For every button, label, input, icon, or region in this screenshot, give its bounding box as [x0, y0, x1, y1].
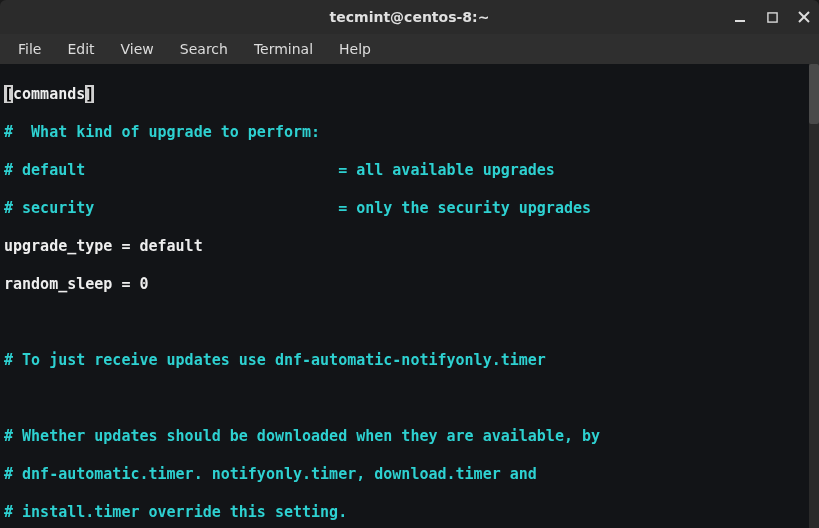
bracket: ] [85, 85, 94, 103]
svg-rect-1 [767, 12, 776, 21]
comment-line: # dnf-automatic.timer. notifyonly.timer,… [4, 465, 815, 484]
comment-line: # To just receive updates use dnf-automa… [4, 351, 815, 370]
scrollbar-thumb[interactable] [809, 64, 819, 124]
window-titlebar: tecmint@centos-8:~ [0, 0, 819, 34]
menu-bar: File Edit View Search Terminal Help [0, 34, 819, 64]
minimize-button[interactable] [731, 8, 749, 26]
menu-search[interactable]: Search [170, 37, 238, 61]
editor-line: [commands] [4, 85, 815, 104]
menu-edit[interactable]: Edit [57, 37, 104, 61]
menu-help[interactable]: Help [329, 37, 381, 61]
menu-view[interactable]: View [111, 37, 164, 61]
menu-file[interactable]: File [8, 37, 51, 61]
comment-line: # install.timer override this setting. [4, 503, 815, 522]
cursor-bracket: [ [4, 85, 13, 103]
blank-line [4, 313, 815, 332]
section-name: commands [13, 85, 85, 103]
comment-line: # default = all available upgrades [4, 161, 815, 180]
config-line: upgrade_type = default [4, 237, 815, 256]
comment-line: # security = only the security upgrades [4, 199, 815, 218]
maximize-button[interactable] [763, 8, 781, 26]
comment-line: # What kind of upgrade to perform: [4, 123, 815, 142]
comment-line: # Whether updates should be downloaded w… [4, 427, 815, 446]
window-title: tecmint@centos-8:~ [330, 9, 490, 25]
close-button[interactable] [795, 8, 813, 26]
menu-terminal[interactable]: Terminal [244, 37, 323, 61]
terminal-scrollbar[interactable] [809, 64, 819, 528]
terminal-viewport[interactable]: [commands] # What kind of upgrade to per… [0, 64, 819, 528]
window-controls [731, 0, 813, 34]
config-line: random_sleep = 0 [4, 275, 815, 294]
blank-line [4, 389, 815, 408]
